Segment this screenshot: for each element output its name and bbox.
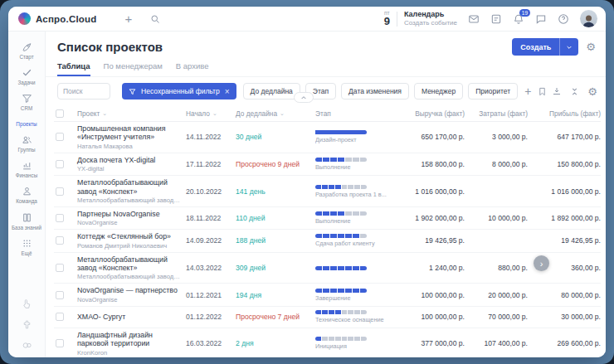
- search-field[interactable]: [57, 83, 110, 99]
- notifications-bell-icon[interactable]: 19: [513, 13, 524, 25]
- project-title-link[interactable]: ХМАО- Сургут: [77, 313, 181, 321]
- row-checkbox[interactable]: [56, 291, 64, 299]
- column-header[interactable]: Выручка (факт): [397, 109, 465, 118]
- table-row[interactable]: Металлообрабатывающий завод «Конспект»Ме…: [54, 176, 601, 207]
- search-icon[interactable]: [150, 14, 160, 24]
- extra-app-icon[interactable]: [22, 298, 32, 309]
- stage-segment: [315, 185, 321, 189]
- project-title-link[interactable]: Партнеры NovaOrganise: [77, 210, 181, 218]
- extra-app-icon[interactable]: [22, 340, 32, 351]
- project-title-link[interactable]: Коттедж «Стеклянный бор»: [77, 232, 181, 240]
- collapse-rows-icon[interactable]: [570, 87, 579, 96]
- column-header[interactable]: Прибыль (факт): [533, 109, 601, 118]
- column-header[interactable]: Этап: [315, 109, 392, 118]
- scroll-to-top-button[interactable]: [294, 92, 314, 103]
- sidebar-item-start[interactable]: Старт: [9, 38, 45, 64]
- active-filter-chip[interactable]: Несохраненный фильтр ×: [122, 83, 236, 99]
- extra-app-icon[interactable]: [22, 319, 32, 330]
- filter-button[interactable]: До дедлайна: [243, 83, 300, 99]
- create-dropdown-caret[interactable]: [559, 38, 578, 56]
- tab-в-архиве[interactable]: В архиве: [176, 61, 209, 76]
- remove-filter-icon[interactable]: ×: [225, 87, 230, 96]
- project-cell: Промышленная компания «Инструмент учител…: [77, 124, 181, 150]
- stage-progress-bar: [315, 289, 367, 293]
- table-row[interactable]: Промышленная компания «Инструмент учител…: [54, 122, 601, 153]
- table-settings-gear-icon[interactable]: ⚙: [587, 86, 597, 97]
- project-title-link[interactable]: Доска почета YX-digital: [77, 156, 181, 164]
- help-icon[interactable]: [558, 13, 569, 25]
- row-checkbox[interactable]: [56, 339, 64, 347]
- filter-chip-label: Несохраненный фильтр: [141, 87, 220, 95]
- table-row[interactable]: Партнеры NovaOrganiseNovaOrganise18.11.2…: [54, 207, 601, 230]
- revenue-fact: 19 426,95 р.: [397, 236, 465, 245]
- scroll-right-button[interactable]: ›: [534, 255, 549, 271]
- project-title-link[interactable]: Ландшафтный дизайн парковой территории: [77, 331, 181, 348]
- sidebar-item-team[interactable]: Команда: [9, 182, 45, 208]
- sort-caret-icon[interactable]: ⌄: [102, 110, 107, 117]
- filter-button[interactable]: Дата изменения: [341, 83, 409, 99]
- column-header[interactable]: Затраты (факт): [470, 109, 528, 118]
- row-checkbox-cell: [54, 339, 72, 347]
- sidebar-item-finance[interactable]: Финансы: [9, 157, 45, 182]
- stage-cell: Разработка проекта 1 в...: [315, 185, 392, 198]
- table-row[interactable]: NovaOrganise — партнерствоNovaOrganise01…: [54, 284, 601, 306]
- stage-segment: [353, 289, 359, 293]
- team-icon: [22, 186, 32, 197]
- column-header[interactable]: Проект⌄: [77, 109, 181, 118]
- row-checkbox[interactable]: [56, 160, 64, 168]
- project-title-link[interactable]: NovaOrganise — партнерство: [77, 286, 181, 294]
- project-title-link[interactable]: Промышленная компания «Инструмент учител…: [77, 124, 181, 142]
- quick-add-button[interactable]: +: [125, 12, 133, 25]
- stage-segment: [360, 234, 367, 238]
- sidebar-item-groups[interactable]: Группы: [9, 131, 45, 157]
- mail-icon[interactable]: [468, 13, 480, 25]
- table-row[interactable]: Металлообрабатывающий завод «Конспект»Ме…: [54, 253, 601, 284]
- add-filter-button[interactable]: +: [523, 85, 533, 97]
- sidebar-item-knowledge-base[interactable]: База знаний: [9, 209, 45, 235]
- row-checkbox[interactable]: [56, 313, 64, 321]
- stage-progress-bar: [315, 130, 367, 134]
- tab-таблица[interactable]: Таблица: [57, 61, 90, 76]
- sidebar-item-projects[interactable]: Проекты: [9, 116, 45, 131]
- select-all-checkbox[interactable]: [56, 109, 64, 118]
- row-checkbox[interactable]: [56, 236, 64, 245]
- calendar-create-event[interactable]: Создать событие: [404, 19, 457, 27]
- row-checkbox[interactable]: [56, 214, 64, 222]
- table-row[interactable]: Доска почета YX-digitalYX-digital17.11.2…: [54, 153, 601, 176]
- create-button[interactable]: Создать: [512, 38, 578, 56]
- filter-button[interactable]: Приоритет: [468, 83, 518, 99]
- project-title-link[interactable]: Металлообрабатывающий завод «Конспект»: [77, 255, 181, 273]
- column-header[interactable]: До дедлайна⌄: [236, 109, 310, 118]
- stage-segment: [338, 289, 344, 293]
- profit-fact: 30 000,00 р.: [533, 313, 601, 321]
- start-date: 14.09.2022: [186, 236, 231, 245]
- filter-button[interactable]: Менеджер: [414, 83, 463, 99]
- project-title-link[interactable]: Металлообрабатывающий завод «Конспект»: [77, 178, 181, 196]
- sidebar-item-label: Ещё: [22, 250, 32, 256]
- sidebar-item-crm[interactable]: CRM: [9, 90, 45, 115]
- column-header[interactable]: Начало⌄: [186, 109, 231, 118]
- sidebar-item-label: Проекты: [16, 121, 37, 127]
- sidebar-item-tasks[interactable]: Задачи: [9, 64, 45, 90]
- table-row[interactable]: Ландшафтный дизайн парковой территорииKr…: [54, 328, 601, 357]
- page-settings-gear-icon[interactable]: ⚙: [586, 41, 596, 52]
- stage-segment: [348, 310, 353, 314]
- sort-caret-icon[interactable]: ⌄: [280, 110, 285, 117]
- table-row[interactable]: Коттедж «Стеклянный бор»Романов Дмитрий …: [54, 230, 601, 252]
- project-subtitle: YX-digital: [77, 165, 181, 172]
- search-input[interactable]: [63, 87, 105, 95]
- table-row[interactable]: ХМАО- Сургут01.12.2022Просрочено 7 днейТ…: [54, 307, 601, 328]
- calendar-widget[interactable]: пт 9 Календарь Создать событие: [384, 10, 457, 27]
- bookmark-icon[interactable]: [538, 87, 547, 96]
- sort-caret-icon[interactable]: ⌄: [212, 110, 217, 117]
- user-avatar[interactable]: [580, 10, 597, 27]
- app-logo[interactable]: Аспро.Cloud: [18, 12, 97, 25]
- row-checkbox[interactable]: [56, 133, 64, 141]
- sidebar-item-more-grid[interactable]: Ещё: [9, 235, 45, 260]
- notes-icon[interactable]: [490, 13, 502, 25]
- chat-icon[interactable]: [535, 13, 547, 25]
- export-download-icon[interactable]: [552, 86, 562, 96]
- tab-по-менеджерам[interactable]: По менеджерам: [104, 61, 163, 76]
- row-checkbox[interactable]: [56, 187, 64, 196]
- row-checkbox[interactable]: [56, 264, 64, 272]
